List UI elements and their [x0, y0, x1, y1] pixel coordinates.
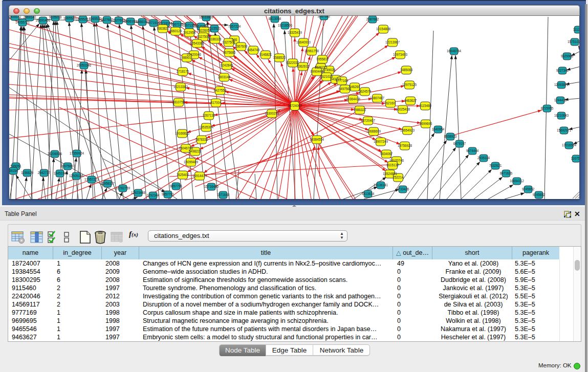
- svg-text:8454749: 8454749: [247, 48, 260, 52]
- svg-text:18724007: 18724007: [288, 104, 302, 107]
- svg-text:13720407: 13720407: [361, 119, 376, 122]
- svg-text:8660124: 8660124: [169, 29, 182, 33]
- svg-text:16671355: 16671355: [194, 25, 209, 28]
- svg-text:10154808: 10154808: [376, 27, 391, 31]
- svg-text:9699695: 9699695: [420, 122, 432, 125]
- svg-text:9463627: 9463627: [404, 99, 417, 102]
- svg-text:12505135: 12505135: [69, 174, 84, 178]
- svg-text:8471626: 8471626: [500, 171, 513, 175]
- svg-text:9327506: 9327506: [197, 35, 210, 38]
- svg-text:9227342: 9227342: [556, 69, 569, 72]
- svg-text:7632621: 7632621: [489, 164, 502, 167]
- svg-text:1156829: 1156829: [21, 171, 34, 174]
- svg-text:1244415: 1244415: [554, 98, 567, 102]
- svg-text:15300293: 15300293: [265, 112, 279, 115]
- svg-text:252214: 252214: [393, 176, 404, 179]
- svg-text:13524851: 13524851: [383, 172, 398, 176]
- svg-text:19166825: 19166825: [175, 132, 190, 135]
- svg-text:98901: 98901: [182, 56, 191, 59]
- svg-text:5498222: 5498222: [189, 149, 202, 153]
- svg-text:9834067: 9834067: [380, 152, 393, 156]
- svg-text:10973493: 10973493: [393, 53, 408, 56]
- svg-text:7485063: 7485063: [400, 68, 413, 72]
- svg-text:8990443: 8990443: [311, 70, 323, 73]
- svg-text:1292344: 1292344: [147, 193, 160, 197]
- svg-text:12213383: 12213383: [173, 85, 188, 89]
- svg-text:1733426: 1733426: [397, 187, 409, 191]
- svg-text:17957223: 17957223: [84, 178, 99, 181]
- svg-text:116753: 116753: [571, 157, 580, 160]
- svg-text:2803144: 2803144: [218, 75, 231, 79]
- svg-text:3675685: 3675685: [223, 51, 236, 54]
- svg-text:1527602: 1527602: [101, 18, 114, 21]
- svg-text:3267130: 3267130: [203, 114, 215, 117]
- svg-text:7986322: 7986322: [354, 108, 366, 112]
- svg-text:16033809: 16033809: [199, 16, 214, 19]
- svg-text:13654923: 13654923: [400, 128, 415, 132]
- svg-text:16210643: 16210643: [554, 114, 569, 117]
- svg-text:10654112: 10654112: [510, 179, 524, 183]
- svg-text:1413614: 1413614: [362, 192, 375, 195]
- svg-text:2087682: 2087682: [318, 16, 331, 18]
- svg-text:2942737: 2942737: [38, 171, 51, 174]
- svg-text:10688609: 10688609: [366, 129, 381, 133]
- svg-text:9329966: 9329966: [561, 54, 574, 58]
- svg-text:20364436: 20364436: [346, 97, 361, 101]
- svg-text:20975867: 20975867: [60, 164, 75, 168]
- svg-text:8813054: 8813054: [269, 17, 281, 20]
- svg-text:7663822: 7663822: [157, 27, 169, 30]
- svg-text:9327508: 9327508: [223, 40, 235, 44]
- svg-text:9245652: 9245652: [522, 187, 535, 191]
- svg-text:1527602: 1527602: [113, 18, 125, 22]
- svg-text:9115460: 9115460: [419, 104, 432, 107]
- svg-text:1615132: 1615132: [386, 163, 399, 167]
- svg-text:18907249: 18907249: [374, 140, 388, 143]
- svg-text:9105018: 9105018: [49, 16, 62, 19]
- svg-text:16648784: 16648784: [447, 49, 462, 53]
- svg-text:6497566: 6497566: [339, 87, 352, 91]
- svg-text:15099489: 15099489: [184, 160, 199, 164]
- svg-text:8938923: 8938923: [444, 135, 457, 138]
- svg-text:13226058: 13226058: [197, 29, 212, 32]
- svg-text:15692971: 15692971: [557, 128, 572, 132]
- svg-text:3912954: 3912954: [183, 31, 196, 34]
- svg-text:6466160: 6466160: [124, 19, 137, 23]
- svg-text:12213967: 12213967: [385, 40, 400, 44]
- svg-text:9146821: 9146821: [259, 53, 272, 56]
- svg-text:2087682: 2087682: [366, 17, 379, 21]
- svg-text:12975125: 12975125: [402, 83, 417, 86]
- svg-text:6322037: 6322037: [287, 61, 299, 64]
- svg-text:535051: 535051: [10, 164, 21, 168]
- svg-text:1405572: 1405572: [9, 16, 21, 18]
- svg-text:2069140: 2069140: [24, 16, 36, 19]
- svg-text:19756928: 19756928: [398, 144, 412, 147]
- svg-text:8215955: 8215955: [541, 106, 554, 110]
- svg-text:62160: 62160: [386, 101, 395, 105]
- svg-text:5878332: 5878332: [195, 138, 208, 141]
- svg-text:111243: 111243: [573, 28, 580, 31]
- svg-text:2367608: 2367608: [235, 45, 248, 48]
- svg-text:9245652: 9245652: [533, 193, 546, 196]
- svg-text:10543382: 10543382: [190, 41, 205, 45]
- svg-text:3624574: 3624574: [359, 90, 372, 93]
- svg-text:1571648: 1571648: [217, 193, 230, 196]
- svg-text:9474444: 9474444: [466, 149, 479, 152]
- svg-text:7357224: 7357224: [228, 25, 241, 28]
- svg-text:20691406: 20691406: [36, 18, 51, 22]
- svg-text:1362615: 1362615: [297, 64, 310, 68]
- svg-text:16120746: 16120746: [389, 159, 404, 162]
- svg-text:19218506: 19218506: [278, 24, 293, 27]
- svg-text:10025438: 10025438: [396, 107, 410, 111]
- svg-text:17359924: 17359924: [70, 151, 84, 155]
- svg-text:20206536: 20206536: [48, 152, 62, 156]
- svg-text:14136141: 14136141: [374, 183, 388, 187]
- svg-text:12923448: 12923448: [131, 191, 146, 194]
- svg-text:9857791: 9857791: [170, 184, 183, 188]
- svg-text:7955812: 7955812: [316, 57, 329, 61]
- svg-text:14055721: 14055721: [15, 20, 30, 24]
- svg-text:15716485: 15716485: [204, 185, 219, 188]
- svg-text:8186328: 8186328: [209, 37, 222, 41]
- svg-text:8427552: 8427552: [214, 89, 227, 92]
- svg-text:10958107: 10958107: [100, 182, 115, 185]
- svg-text:39154: 39154: [9, 169, 18, 172]
